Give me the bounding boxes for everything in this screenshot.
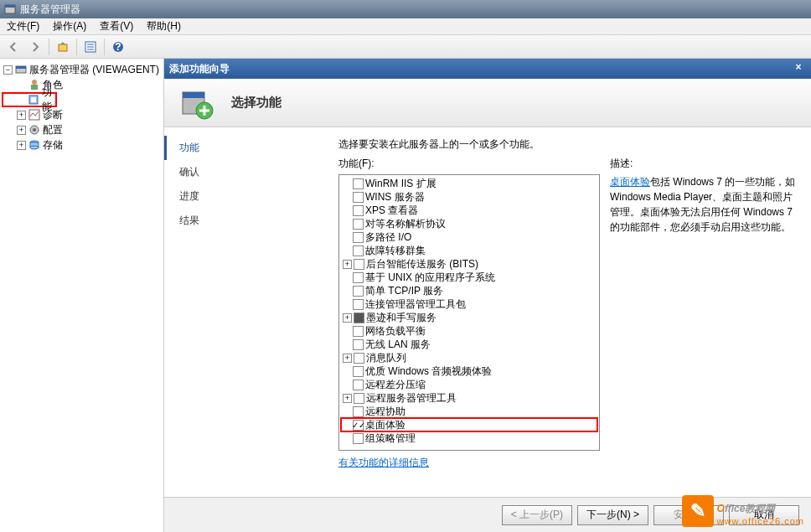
feature-item[interactable]: +墨迹和手写服务 xyxy=(341,311,597,324)
features-label: 功能(F): xyxy=(338,157,600,171)
checkbox[interactable] xyxy=(353,339,364,350)
config-icon xyxy=(28,123,41,137)
checkbox[interactable] xyxy=(354,353,364,364)
expand-icon[interactable]: − xyxy=(3,65,13,75)
prev-button[interactable]: < 上一步(P) xyxy=(502,505,572,525)
expand-icon[interactable]: + xyxy=(343,313,352,323)
checkbox[interactable] xyxy=(353,232,364,243)
checkbox[interactable] xyxy=(353,245,364,256)
tree-config[interactable]: + 配置 xyxy=(2,122,163,137)
feature-item[interactable]: WINS 服务器 xyxy=(341,190,597,204)
checkbox[interactable] xyxy=(353,272,364,283)
feature-item[interactable]: 远程协助 xyxy=(341,405,597,418)
window-title: 服务器管理器 xyxy=(20,3,80,17)
feature-item[interactable]: 多路径 I/O xyxy=(341,230,597,244)
more-info-link[interactable]: 有关功能的详细信息 xyxy=(338,456,600,470)
feature-item[interactable]: 简单 TCP/IP 服务 xyxy=(341,284,597,297)
menu-file[interactable]: 文件(F) xyxy=(3,18,43,35)
feature-item[interactable]: +后台智能传送服务 (BITS) xyxy=(341,257,597,271)
feature-label: 优质 Windows 音频视频体验 xyxy=(365,364,492,379)
checkbox[interactable] xyxy=(354,393,364,404)
feature-item[interactable]: 远程差分压缩 xyxy=(341,378,597,391)
feature-item[interactable]: 网络负载平衡 xyxy=(341,324,597,338)
checkbox[interactable] xyxy=(353,178,364,189)
expand-icon[interactable]: + xyxy=(343,260,352,269)
checkbox[interactable] xyxy=(353,205,364,216)
checkbox[interactable] xyxy=(353,299,364,310)
feature-item[interactable]: ✓桌面体验 xyxy=(341,418,597,431)
description-link[interactable]: 桌面体验 xyxy=(610,176,650,188)
feature-label: 后台智能传送服务 (BITS) xyxy=(366,257,478,271)
expand-icon[interactable]: + xyxy=(17,111,26,120)
step-results[interactable]: 结果 xyxy=(164,209,332,233)
menu-help[interactable]: 帮助(H) xyxy=(143,18,184,35)
feature-item[interactable]: XPS 查看器 xyxy=(341,204,597,217)
expand-icon[interactable]: + xyxy=(17,126,26,135)
checkbox[interactable]: ✓ xyxy=(353,420,364,431)
tree-roles[interactable]: 角色 xyxy=(2,77,163,92)
tree-diagnostics[interactable]: + 诊断 xyxy=(2,107,163,122)
tree-storage[interactable]: + 存储 xyxy=(2,137,163,152)
feature-item[interactable]: 基于 UNIX 的应用程序子系统 xyxy=(341,271,597,284)
expand-icon[interactable]: + xyxy=(343,354,352,363)
wizard-content: 选择要安装在此服务器上的一个或多个功能。 功能(F): WinRM IIS 扩展… xyxy=(332,127,811,497)
description-text: 桌面体验包括 Windows 7 的一些功能，如 Windows Media P… xyxy=(610,174,801,235)
forward-button[interactable] xyxy=(25,37,45,57)
window-titlebar: 服务器管理器 xyxy=(0,0,811,18)
features-listbox[interactable]: WinRM IIS 扩展WINS 服务器XPS 查看器对等名称解析协议多路径 I… xyxy=(338,174,600,451)
checkbox[interactable] xyxy=(353,433,364,444)
content-prompt: 选择要安装在此服务器上的一个或多个功能。 xyxy=(338,137,801,152)
checkbox[interactable] xyxy=(353,326,364,337)
feature-item[interactable]: 组策略管理 xyxy=(341,431,597,445)
checkbox[interactable] xyxy=(354,312,364,323)
feature-item[interactable]: 优质 Windows 音频视频体验 xyxy=(341,364,597,378)
svg-rect-12 xyxy=(31,85,38,90)
feature-item[interactable]: WinRM IIS 扩展 xyxy=(341,177,597,190)
feature-label: 网络负载平衡 xyxy=(365,324,426,338)
checkbox[interactable] xyxy=(353,192,364,203)
tree-root[interactable]: − 服务器管理器 (VIEWAGENT) xyxy=(2,62,163,77)
svg-rect-1 xyxy=(5,5,15,8)
feature-label: 连接管理器管理工具包 xyxy=(365,297,466,312)
feature-label: 对等名称解析协议 xyxy=(365,217,446,231)
feature-label: WinRM IIS 扩展 xyxy=(365,177,436,191)
watermark-brand: Office教程网 xyxy=(717,496,804,516)
up-button[interactable] xyxy=(53,37,73,57)
svg-point-17 xyxy=(33,128,36,132)
step-progress[interactable]: 进度 xyxy=(164,184,332,209)
expand-icon[interactable]: + xyxy=(17,141,26,150)
step-features[interactable]: 功能 xyxy=(164,136,332,160)
checkbox[interactable] xyxy=(353,219,364,230)
feature-label: XPS 查看器 xyxy=(365,204,418,218)
feature-item[interactable]: +消息队列 xyxy=(341,351,597,364)
feature-item[interactable]: 连接管理器管理工具包 xyxy=(341,297,597,311)
tree-features[interactable]: 功能 xyxy=(2,92,57,107)
feature-item[interactable]: 无线 LAN 服务 xyxy=(341,338,597,351)
properties-button[interactable] xyxy=(80,37,101,57)
svg-rect-14 xyxy=(31,97,36,102)
checkbox[interactable] xyxy=(353,366,364,377)
feature-item[interactable]: +远程服务器管理工具 xyxy=(341,391,597,405)
feature-item[interactable]: 对等名称解析协议 xyxy=(341,217,597,230)
menu-action[interactable]: 操作(A) xyxy=(49,18,90,35)
dialog-title: 添加功能向导 xyxy=(169,62,230,76)
help-button[interactable]: ? xyxy=(108,37,128,57)
checkbox[interactable] xyxy=(353,380,364,390)
menu-view[interactable]: 查看(V) xyxy=(96,18,137,35)
wizard-dialog: 添加功能向导 × 选择功能 功能 确认 进度 结果 选择要安装在此服务器上的一个… xyxy=(164,59,811,532)
next-button[interactable]: 下一步(N) > xyxy=(577,505,648,525)
back-button[interactable] xyxy=(3,37,23,57)
expand-icon[interactable]: + xyxy=(343,394,352,403)
dialog-heading: 选择功能 xyxy=(231,95,282,111)
step-confirm[interactable]: 确认 xyxy=(164,160,332,184)
diagnostics-icon xyxy=(28,108,41,121)
dialog-titlebar: 添加功能向导 × xyxy=(164,59,811,79)
close-button[interactable]: × xyxy=(791,61,806,76)
checkbox[interactable] xyxy=(353,286,364,297)
checkbox[interactable] xyxy=(354,259,364,270)
checkbox[interactable] xyxy=(353,406,364,417)
separator xyxy=(104,39,105,55)
wizard-icon xyxy=(179,85,214,121)
feature-item[interactable]: 故障转移群集 xyxy=(341,244,597,257)
svg-point-20 xyxy=(30,146,39,149)
